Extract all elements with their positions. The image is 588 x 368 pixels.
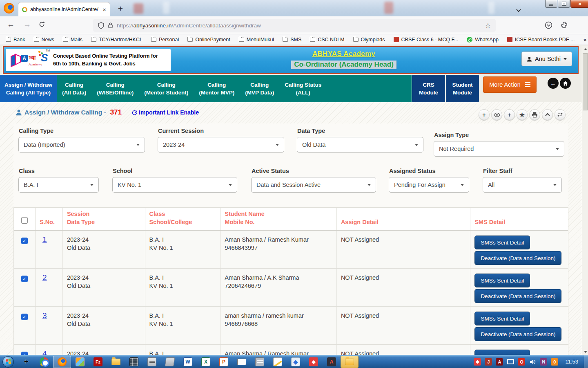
eye-icon[interactable] xyxy=(491,109,502,120)
tab-close-icon[interactable]: × xyxy=(102,7,106,13)
taskbar-clock[interactable]: 11:53 xyxy=(565,359,578,365)
taskbar-printer[interactable] xyxy=(143,356,161,368)
page-scrollbar[interactable] xyxy=(582,46,588,355)
bookmark-folder[interactable]: Mails xyxy=(63,37,82,43)
home-circle-button[interactable] xyxy=(560,78,571,89)
scroll-up-icon[interactable] xyxy=(582,46,588,52)
taskbar-paint-dot-net[interactable]: ◆ xyxy=(287,356,305,368)
show-desktop-button[interactable] xyxy=(584,355,588,368)
nav-calling-wise-offline[interactable]: Calling(WISE/Offline) xyxy=(91,75,139,102)
taskbar-excel[interactable]: X xyxy=(197,356,215,368)
sms-sent-detail-button[interactable]: SMSs Sent Detail xyxy=(474,274,530,287)
taskbar-notepad[interactable] xyxy=(269,356,287,368)
taskbar-powerpoint[interactable]: P xyxy=(215,356,233,368)
bookmark-star-icon[interactable]: ☆ xyxy=(485,22,491,29)
assigned-status-select[interactable]: Pending For Assign xyxy=(389,177,469,193)
nav-calling-mentor-mvp[interactable]: Calling(Mentor MVP) xyxy=(194,75,240,102)
data-type-select[interactable]: Old Data xyxy=(297,137,423,153)
sno-link[interactable]: 3 xyxy=(40,312,47,320)
taskbar-firefox-active[interactable] xyxy=(53,356,71,368)
filter-staff-select[interactable]: All xyxy=(483,177,562,193)
bookmarks-overflow-chevron-icon[interactable]: » xyxy=(583,36,586,43)
row-checkbox[interactable] xyxy=(21,276,28,282)
reload-icon[interactable] xyxy=(38,21,45,30)
bookmark-folder[interactable]: OnlinePayment xyxy=(187,37,230,43)
nav-calling-mentor-student[interactable]: Calling(Mentor Student) xyxy=(139,75,194,102)
tray-volume-icon[interactable] xyxy=(529,358,536,366)
row-checkbox[interactable] xyxy=(21,314,28,320)
transfer-arrows-icon[interactable] xyxy=(555,109,566,120)
taskbar-scanner[interactable] xyxy=(161,356,179,368)
crs-module-button[interactable]: CRSModule xyxy=(412,75,445,102)
sms-sent-detail-button[interactable]: SMSs Sent Detail xyxy=(474,236,530,249)
school-select[interactable]: KV No. 1 xyxy=(112,177,237,193)
collapse-chevron-icon[interactable] xyxy=(542,109,553,120)
add-icon[interactable]: + xyxy=(479,109,490,120)
more-action-button[interactable]: More Action xyxy=(483,76,537,93)
start-button[interactable] xyxy=(2,356,14,368)
nav-assign-withdraw-calling[interactable]: Assign / WithdrawCalling (All Type) xyxy=(0,75,57,102)
url-bar[interactable]: https://abhyasonline.in/AdminCentre/alld… xyxy=(93,19,496,32)
taskbar-chrome[interactable] xyxy=(35,356,53,368)
sms-sent-detail-button[interactable]: SMSs Sent Detail xyxy=(474,350,530,355)
deactivate-button[interactable]: Deactivate (Data and Session) xyxy=(474,251,561,265)
tray-zero-badge-icon[interactable]: 0 xyxy=(551,358,558,366)
important-link-enable[interactable]: Important Link Enable xyxy=(131,109,199,116)
sno-link[interactable]: 1 xyxy=(40,236,47,244)
user-menu-button[interactable]: Anu Sethi xyxy=(521,52,572,66)
taskbar-active-folder[interactable] xyxy=(341,356,359,368)
bookmark-site[interactable]: WhatsApp xyxy=(467,37,499,43)
taskbar-word[interactable]: W xyxy=(179,356,197,368)
minimize-button[interactable] xyxy=(545,0,557,8)
taskbar-calculator[interactable] xyxy=(125,356,143,368)
bookmark-site[interactable]: ICSE Board Books PDF ... xyxy=(507,37,575,43)
student-module-button[interactable]: StudentModule xyxy=(446,75,479,102)
tray-java-icon[interactable]: J xyxy=(485,358,492,366)
bookmark-folder[interactable]: Bank xyxy=(6,37,25,43)
current-session-select[interactable]: 2023-24 xyxy=(158,137,284,153)
deactivate-button[interactable]: Deactivate (Data and Session) xyxy=(474,327,561,341)
sms-sent-detail-button[interactable]: SMSs Sent Detail xyxy=(474,312,530,325)
taskbar-move-tool[interactable]: + xyxy=(17,356,35,368)
nav-calling-status-all[interactable]: Calling Status(ALL) xyxy=(279,75,327,102)
taskbar-copier[interactable] xyxy=(251,356,269,368)
deactivate-button[interactable]: Deactivate (Data and Session) xyxy=(474,289,561,303)
tray-onenote-icon[interactable]: N xyxy=(540,358,547,366)
print-icon[interactable] xyxy=(529,109,540,120)
taskbar-filezilla[interactable]: Fz xyxy=(89,356,107,368)
taskbar-red-diamond[interactable]: ◆ xyxy=(305,356,323,368)
row-checkbox[interactable] xyxy=(21,238,28,244)
bookmark-folder[interactable]: MehulMukul xyxy=(239,37,274,43)
taskbar-photoshop[interactable]: A xyxy=(323,356,341,368)
tray-quick-heal-icon[interactable]: Q xyxy=(518,358,525,366)
scrollbar-thumb[interactable] xyxy=(583,53,588,110)
new-tab-button[interactable]: + xyxy=(116,4,125,13)
assign-type-select[interactable]: Not Required xyxy=(434,141,564,157)
sno-link[interactable]: 4 xyxy=(40,350,47,355)
add-icon[interactable]: + xyxy=(504,109,515,120)
row-checkbox[interactable] xyxy=(21,352,28,355)
back-icon[interactable]: ← xyxy=(7,20,15,29)
pocket-icon[interactable] xyxy=(545,21,552,31)
bookmark-folder[interactable]: SMS xyxy=(283,37,301,43)
bookmark-folder[interactable]: News xyxy=(34,37,54,43)
bookmark-folder[interactable]: Personal xyxy=(151,37,179,43)
bookmark-site[interactable]: CBSE Class 6 - MCQ F... xyxy=(394,37,459,43)
back-circle-button[interactable]: ← xyxy=(548,78,559,89)
tray-network-icon[interactable] xyxy=(507,358,514,366)
taskbar-paint[interactable] xyxy=(71,356,89,368)
close-button[interactable]: × xyxy=(570,0,588,8)
forward-icon[interactable]: → xyxy=(23,20,31,29)
active-status-select[interactable]: Data and Session Active xyxy=(251,177,376,193)
restore-button[interactable] xyxy=(558,0,570,8)
scroll-down-icon[interactable] xyxy=(582,348,588,355)
taskbar-explorer[interactable] xyxy=(107,356,125,368)
tray-red-diamond-icon[interactable]: ◆ xyxy=(474,358,481,366)
sno-link[interactable]: 2 xyxy=(40,274,47,282)
extensions-puzzle-icon[interactable] xyxy=(561,21,568,30)
select-all-checkbox[interactable] xyxy=(21,217,28,224)
taskbar-folder-bw[interactable] xyxy=(233,356,251,368)
nav-calling-all-data[interactable]: Calling(All Data) xyxy=(57,75,91,102)
calling-type-select[interactable]: Data (Imported) xyxy=(18,137,145,153)
bookmark-folder[interactable]: TCY/Hartron/HKCL xyxy=(91,37,143,43)
